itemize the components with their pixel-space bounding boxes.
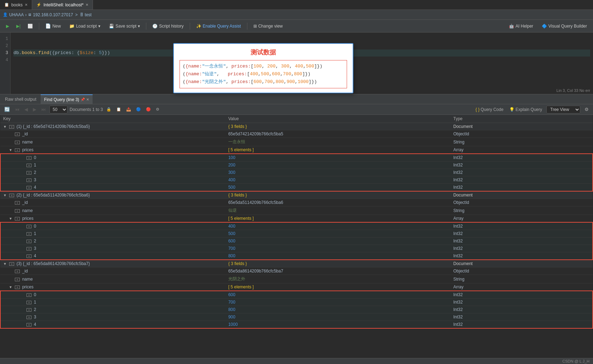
enable-query-assist-label: Enable Query Assist: [203, 24, 241, 29]
table-row[interactable]: ≡ name 光阴之外 String: [0, 275, 593, 283]
query-code-icon: { }: [476, 107, 480, 112]
doc-expand-cell[interactable]: ▼ ≡ (1) {_id : 65e5d74214209b766cfc5ba5}: [0, 123, 225, 130]
stop-button[interactable]: ⬜: [24, 22, 36, 30]
array-item-key: 3: [34, 315, 36, 319]
visual-query-builder-button[interactable]: 🔷 Visual Query Builder: [539, 22, 590, 30]
field-key-cell[interactable]: ▼ ≡ prices: [0, 146, 225, 154]
doc-expand-icon[interactable]: ▼: [3, 193, 8, 197]
change-view-button[interactable]: ⊞ Change view: [250, 22, 286, 30]
field-icon: ≡: [15, 278, 20, 281]
code-size-val: 5: [99, 50, 102, 55]
doc-expand-cell[interactable]: ▼ ≡ (2) {_id : 65e5da5114209b766cfc5ba6}: [0, 191, 225, 199]
enable-query-assist-button[interactable]: ✨ Enable Query Assist: [193, 22, 244, 30]
run-step-button[interactable]: ▶|: [13, 22, 24, 30]
field-key: prices: [22, 147, 34, 152]
table-row[interactable]: ≡ _id 65e5da5114209b766cfc5ba6 ObjectId: [0, 199, 593, 206]
field-key-cell: ≡ _id: [0, 268, 225, 275]
array-item-value-cell: 1000: [225, 321, 451, 329]
ai-helper-label: AI Helper: [516, 24, 533, 29]
array-item-icon: ≡: [27, 186, 31, 189]
tab-raw-shell[interactable]: Raw shell output: [1, 94, 40, 104]
tab-intellishell[interactable]: ⚡ IntelliShell: localhost* ✕: [32, 0, 93, 10]
doc-expand-icon[interactable]: ▼: [3, 125, 8, 129]
field-key-cell: ≡ name: [0, 206, 225, 215]
array-item-row: ≡ 3 900 Int32: [0, 313, 593, 321]
field-icon: ≡: [15, 133, 20, 136]
array-item-row: ≡ 0 100 Int32: [0, 154, 593, 162]
doc-expand-icon[interactable]: ▼: [3, 262, 8, 266]
doc-fields-count: { 3 fields }: [225, 191, 451, 199]
field-icon: ≡: [15, 141, 20, 144]
table-row[interactable]: ≡ _id 65e5d74214209b766cfc5ba5 ObjectId: [0, 130, 593, 138]
field-key-cell[interactable]: ▼ ≡ prices: [0, 283, 225, 291]
table-row[interactable]: ▼ ≡ prices [ 5 elements ] Array: [0, 146, 593, 154]
field-value-cell: 光阴之外: [225, 275, 451, 283]
ai-helper-button[interactable]: 🤖 AI Helper: [506, 22, 536, 30]
tab-intellishell-close[interactable]: ✕: [86, 3, 88, 7]
array-item-key: 0: [34, 155, 36, 160]
line-num-3: 3: [2, 49, 8, 57]
next-page-button[interactable]: ▶: [31, 106, 38, 113]
table-header-row: Key Value Type: [0, 115, 593, 123]
find-query-close[interactable]: ✕: [86, 98, 89, 101]
first-page-button[interactable]: ⏮: [13, 106, 21, 113]
status-text: CSDN @ L J_H: [562, 359, 589, 363]
tab-books[interactable]: 📋 books ✕: [0, 0, 32, 10]
results-table: Key Value Type ▼ ≡ (1) {_id : 65e5d74214…: [0, 115, 593, 329]
new-button[interactable]: 📄 New: [42, 22, 64, 30]
field-key-cell[interactable]: ▼ ≡ prices: [0, 215, 225, 223]
script-history-button[interactable]: 🕐 Script history: [149, 22, 187, 30]
save-script-button[interactable]: 💾 Save script ▾: [106, 22, 143, 30]
tab-books-icon: 📋: [4, 2, 9, 7]
array-item-key-cell: ≡ 0: [0, 222, 225, 230]
filter-button[interactable]: 🔵: [135, 106, 142, 112]
doc-header-row[interactable]: ▼ ≡ (1) {_id : 65e5d74214209b766cfc5ba5}…: [0, 123, 593, 130]
history-icon: 🕐: [152, 24, 158, 29]
array-item-key: 2: [34, 307, 36, 312]
array-item-key-cell: ≡ 1: [0, 299, 225, 306]
code-brace1: {: [52, 50, 55, 55]
filter-x-button[interactable]: 🔴: [145, 106, 152, 112]
sep-4: [247, 23, 247, 30]
field-type-cell: ObjectId: [451, 130, 593, 138]
explain-query-button[interactable]: 💡 Explain Query: [508, 106, 544, 113]
field-key-cell: ≡ _id: [0, 130, 225, 138]
page-size-select[interactable]: 50 10 25 100 200: [49, 106, 67, 113]
lock-button[interactable]: 🔒: [105, 106, 113, 112]
view-select[interactable]: Tree View Table View JSON View: [546, 106, 580, 113]
settings2-button[interactable]: ⚙: [154, 106, 161, 112]
last-page-button[interactable]: ⏭: [40, 106, 47, 113]
table-row[interactable]: ≡ name 一念永恒 String: [0, 138, 593, 146]
query-code-button[interactable]: { } Query Code: [474, 106, 505, 113]
array-expand-icon[interactable]: ▼: [9, 285, 14, 289]
connection-db: test: [85, 12, 92, 17]
refresh-button[interactable]: 🔄: [3, 106, 11, 113]
array-item-type-cell: Int32: [451, 154, 593, 162]
field-key: name: [22, 277, 33, 282]
tab-find-query[interactable]: Find Query (line 3) 📌 ✕: [41, 94, 93, 104]
view-settings-button[interactable]: ⚙: [583, 106, 590, 113]
tab-books-close[interactable]: ✕: [25, 3, 28, 7]
ai-icon: 🤖: [509, 24, 514, 29]
array-expand-icon[interactable]: ▼: [9, 217, 14, 221]
table-row[interactable]: ≡ name 仙逆 String: [0, 206, 593, 215]
doc-header-row[interactable]: ▼ ≡ (2) {_id : 65e5da5114209b766cfc5ba6}…: [0, 191, 593, 199]
run-button[interactable]: ▶: [3, 22, 12, 30]
array-item-key-cell: ≡ 3: [0, 245, 225, 252]
play-icon: ▶: [6, 24, 9, 29]
table-row[interactable]: ▼ ≡ prices [ 5 elements ] Array: [0, 283, 593, 291]
table-row[interactable]: ▼ ≡ prices [ 5 elements ] Array: [0, 215, 593, 223]
array-item-type-cell: Int32: [451, 237, 593, 245]
tab-intellishell-label: IntelliShell: localhost*: [43, 2, 83, 7]
array-item-row: ≡ 4 1000 Int32: [0, 321, 593, 329]
array-item-type-cell: Int32: [451, 176, 593, 184]
export-button[interactable]: 📤: [125, 106, 133, 112]
load-script-button[interactable]: 📁 Load script ▾: [66, 22, 104, 30]
array-expand-icon[interactable]: ▼: [9, 148, 14, 152]
find-query-label: Find Query (line 3): [44, 97, 79, 102]
prev-page-button[interactable]: ◀: [23, 106, 29, 113]
copy-button[interactable]: 📋: [115, 106, 123, 112]
table-row[interactable]: ≡ _id 65e5da8614209b766cfc5ba7 ObjectId: [0, 268, 593, 275]
doc-header-row[interactable]: ▼ ≡ (3) {_id : 65e5da8614209b766cfc5ba7}…: [0, 260, 593, 268]
doc-expand-cell[interactable]: ▼ ≡ (3) {_id : 65e5da8614209b766cfc5ba7}: [0, 260, 225, 268]
